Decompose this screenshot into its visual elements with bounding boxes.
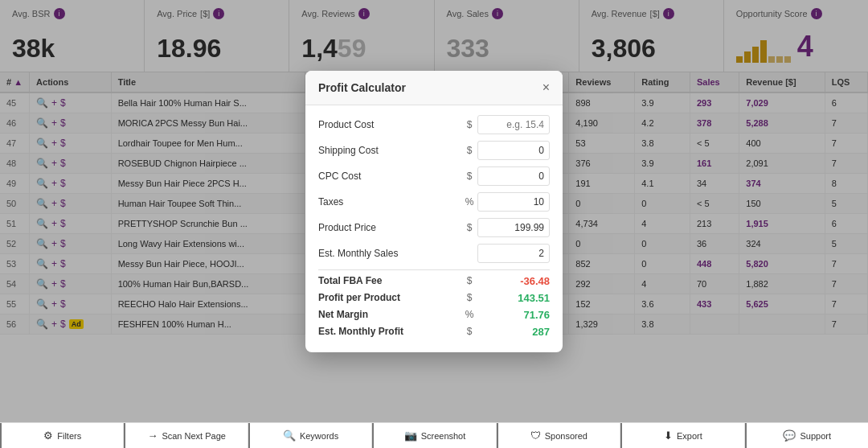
product-cost-unit: $ bbox=[461, 119, 477, 130]
screenshot-label: Screenshot bbox=[421, 431, 466, 441]
filters-button[interactable]: ⚙ Filters bbox=[0, 423, 124, 448]
calc-est-monthly-sales-row: Est. Monthly Sales bbox=[318, 244, 550, 263]
calc-shipping-cost-row: Shipping Cost $ bbox=[318, 141, 550, 160]
product-cost-input[interactable] bbox=[477, 115, 550, 134]
net-margin-value: 71.76 bbox=[477, 309, 550, 321]
calc-cpc-cost-row: CPC Cost $ bbox=[318, 166, 550, 186]
est-monthly-profit-unit: $ bbox=[461, 326, 477, 337]
filters-icon: ⚙ bbox=[43, 430, 53, 442]
est-monthly-profit-value: 287 bbox=[477, 326, 550, 338]
modal-header: Profit Calculator × bbox=[305, 71, 563, 105]
calc-est-monthly-profit-row: Est. Monthly Profit $ 287 bbox=[318, 326, 550, 338]
profit-per-product-label: Profit per Product bbox=[318, 292, 461, 303]
calc-taxes-row: Taxes % bbox=[318, 192, 550, 212]
profit-per-product-value: 143.51 bbox=[477, 292, 550, 304]
modal-title: Profit Calculator bbox=[318, 81, 406, 94]
export-icon: ⬇ bbox=[664, 430, 673, 442]
cpc-cost-input[interactable] bbox=[477, 166, 550, 186]
scan-next-icon: → bbox=[147, 430, 158, 442]
screenshot-button[interactable]: 📷 Screenshot bbox=[372, 423, 496, 448]
sponsored-button[interactable]: 🛡 Sponsored bbox=[497, 423, 620, 448]
export-button[interactable]: ⬇ Export bbox=[620, 423, 744, 448]
calc-net-margin-row: Net Margin % 71.76 bbox=[318, 309, 550, 321]
keywords-icon: 🔍 bbox=[283, 430, 296, 442]
net-margin-unit: % bbox=[461, 309, 477, 320]
shipping-cost-label: Shipping Cost bbox=[318, 145, 461, 156]
cpc-cost-unit: $ bbox=[461, 171, 477, 182]
net-margin-label: Net Margin bbox=[318, 309, 461, 320]
keywords-label: Keywords bbox=[300, 431, 338, 441]
total-fba-fee-label: Total FBA Fee bbox=[318, 275, 461, 286]
screenshot-icon: 📷 bbox=[404, 430, 417, 442]
taxes-input[interactable] bbox=[477, 192, 550, 212]
profit-calculator-modal: Profit Calculator × Product Cost $ Shipp… bbox=[305, 71, 563, 352]
filters-label: Filters bbox=[57, 431, 81, 441]
taxes-unit: % bbox=[461, 196, 477, 208]
product-price-label: Product Price bbox=[318, 222, 461, 233]
calc-total-fba-fee-row: Total FBA Fee $ -36.48 bbox=[318, 275, 550, 287]
total-fba-fee-value: -36.48 bbox=[477, 275, 550, 287]
est-monthly-sales-label: Est. Monthly Sales bbox=[318, 248, 461, 259]
modal-close-button[interactable]: × bbox=[542, 80, 550, 95]
product-price-input[interactable] bbox=[477, 218, 550, 237]
export-label: Export bbox=[677, 431, 702, 441]
support-label: Support bbox=[800, 431, 831, 441]
calc-divider bbox=[318, 269, 550, 270]
scan-next-label: Scan Next Page bbox=[162, 431, 226, 441]
sponsored-icon: 🛡 bbox=[530, 430, 541, 442]
keywords-button[interactable]: 🔍 Keywords bbox=[248, 423, 372, 448]
sponsored-label: Sponsored bbox=[545, 431, 588, 441]
calc-product-cost-row: Product Cost $ bbox=[318, 115, 550, 134]
est-monthly-sales-input[interactable] bbox=[477, 244, 550, 263]
modal-body: Product Cost $ Shipping Cost $ CPC Cost … bbox=[305, 105, 563, 352]
calc-profit-per-product-row: Profit per Product $ 143.51 bbox=[318, 292, 550, 304]
calc-product-price-row: Product Price $ bbox=[318, 218, 550, 237]
shipping-cost-unit: $ bbox=[461, 145, 477, 156]
shipping-cost-input[interactable] bbox=[477, 141, 550, 160]
cpc-cost-label: CPC Cost bbox=[318, 171, 461, 182]
bottom-bar: ⚙ Filters → Scan Next Page 🔍 Keywords 📷 … bbox=[0, 422, 868, 448]
modal-overlay[interactable]: Profit Calculator × Product Cost $ Shipp… bbox=[0, 0, 868, 422]
est-monthly-profit-label: Est. Monthly Profit bbox=[318, 326, 461, 337]
taxes-label: Taxes bbox=[318, 196, 461, 208]
scan-next-page-button[interactable]: → Scan Next Page bbox=[124, 423, 248, 448]
support-icon: 💬 bbox=[783, 430, 796, 442]
total-fba-fee-unit: $ bbox=[461, 275, 477, 286]
support-button[interactable]: 💬 Support bbox=[745, 423, 868, 448]
profit-per-product-unit: $ bbox=[461, 292, 477, 303]
product-price-unit: $ bbox=[461, 222, 477, 233]
product-cost-label: Product Cost bbox=[318, 119, 461, 130]
